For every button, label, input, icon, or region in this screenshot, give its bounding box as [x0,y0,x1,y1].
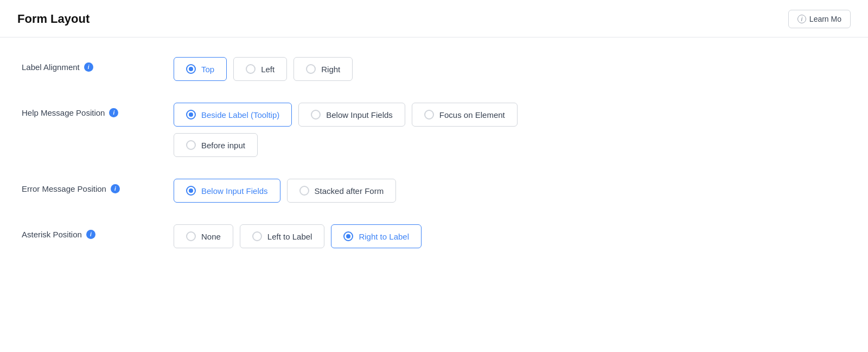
radio-label-top: Top [201,65,214,74]
learn-more-button[interactable]: i Learn Mo [788,10,851,28]
info-icon-label-alignment[interactable]: i [84,62,93,72]
learn-more-label: Learn Mo [809,15,841,23]
help-options-row1: Beside Label (Tooltip)Below Input Fields… [174,103,846,127]
radio-label-below-input-fields: Below Input Fields [201,186,268,196]
page-title: Form Layout [17,12,90,26]
radio-option-below-input[interactable]: Below Input Fields [298,103,405,127]
radio-label-below-input: Below Input Fields [326,110,393,120]
options-group-error-message-position: Below Input FieldsStacked after Form [174,179,846,203]
radio-circle-stacked-after-form [299,186,309,196]
radio-option-stacked-after-form[interactable]: Stacked after Form [287,179,397,203]
radio-option-left-to-label[interactable]: Left to Label [240,224,325,248]
row-help-message-position: Help Message Position i Beside Label (To… [22,103,846,157]
radio-option-none[interactable]: None [174,224,233,248]
form-layout-content: Label Alignment i TopLeftRight Help Mess… [0,37,868,290]
options-group-help-message-position: Beside Label (Tooltip)Below Input Fields… [174,103,846,157]
info-circle-icon: i [797,15,806,23]
radio-circle-below-input-fields [186,186,196,196]
info-icon-error-message-position[interactable]: i [111,184,120,193]
radio-circle-right-to-label [343,231,353,241]
row-label-text: Error Message Position [22,184,106,193]
radio-option-right-to-label[interactable]: Right to Label [331,224,422,248]
radio-option-right[interactable]: Right [293,57,353,81]
radio-option-below-input-fields[interactable]: Below Input Fields [174,179,280,203]
options-group-label-alignment: TopLeftRight [174,57,846,81]
radio-option-top[interactable]: Top [174,57,227,81]
radio-circle-beside-label [186,110,196,120]
radio-label-left: Left [261,65,275,74]
radio-label-beside-label: Beside Label (Tooltip) [201,110,279,120]
row-label-alignment: Label Alignment i TopLeftRight [22,57,846,81]
page-header: Form Layout i Learn Mo [0,0,868,37]
label-help-message-position: Help Message Position i [22,103,174,117]
info-icon-help-message-position[interactable]: i [109,108,118,117]
radio-label-left-to-label: Left to Label [267,232,312,241]
help-options-row2: Before input [174,133,846,157]
row-error-message-position: Error Message Position i Below Input Fie… [22,179,846,203]
radio-circle-left-to-label [252,231,262,241]
radio-circle-none [186,231,196,241]
row-label-text: Help Message Position [22,108,105,117]
options-group-asterisk-position: NoneLeft to LabelRight to Label [174,224,846,248]
radio-label-none: None [201,232,221,241]
radio-label-stacked-after-form: Stacked after Form [315,186,384,196]
label-asterisk-position: Asterisk Position i [22,224,174,239]
radio-option-left[interactable]: Left [233,57,287,81]
row-label-text: Asterisk Position [22,230,82,239]
radio-label-right-to-label: Right to Label [359,232,409,241]
radio-option-before-input[interactable]: Before input [174,133,258,157]
radio-circle-focus-element [424,110,434,120]
label-label-alignment: Label Alignment i [22,57,174,72]
radio-option-beside-label[interactable]: Beside Label (Tooltip) [174,103,292,127]
radio-label-focus-element: Focus on Element [439,110,505,120]
row-asterisk-position: Asterisk Position i NoneLeft to LabelRig… [22,224,846,248]
radio-circle-before-input [186,140,196,150]
radio-circle-top [186,64,196,74]
label-error-message-position: Error Message Position i [22,179,174,193]
row-label-text: Label Alignment [22,62,80,72]
radio-circle-left [246,64,256,74]
radio-circle-right [306,64,316,74]
radio-option-focus-element[interactable]: Focus on Element [412,103,518,127]
info-icon-asterisk-position[interactable]: i [86,230,95,239]
radio-label-before-input: Before input [201,141,245,150]
radio-label-right: Right [321,65,340,74]
radio-circle-below-input [311,110,321,120]
